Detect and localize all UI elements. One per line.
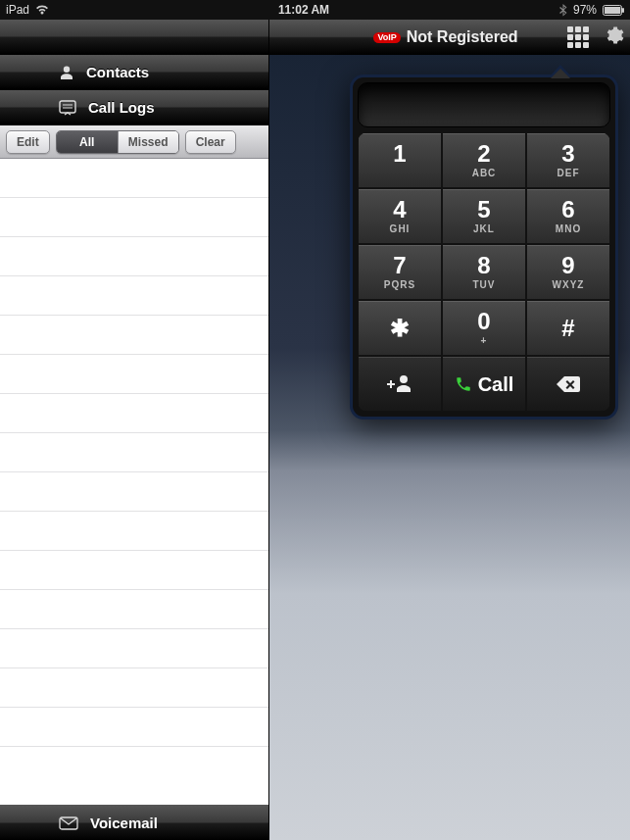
svg-rect-1 bbox=[605, 7, 620, 14]
svg-rect-2 bbox=[622, 8, 624, 13]
key-2[interactable]: 2ABC bbox=[442, 132, 526, 188]
registration-status: Not Registered bbox=[407, 28, 518, 46]
key-1[interactable]: 1 bbox=[358, 132, 442, 188]
key-star[interactable]: ✱ bbox=[358, 300, 442, 356]
voicemail-icon bbox=[59, 816, 78, 830]
key-7[interactable]: 7PQRS bbox=[358, 244, 442, 300]
battery-percentage: 97% bbox=[573, 3, 597, 17]
key-4[interactable]: 4GHI bbox=[358, 188, 442, 244]
call-label: Call bbox=[478, 374, 514, 394]
clock: 11:02 AM bbox=[49, 3, 558, 17]
voip-badge: VoIP bbox=[373, 32, 400, 43]
list-item bbox=[0, 276, 268, 316]
tab-contacts[interactable]: Contacts bbox=[0, 55, 268, 90]
tab-voicemail-label: Voicemail bbox=[90, 815, 158, 831]
filter-all[interactable]: All bbox=[57, 131, 118, 153]
tab-voicemail[interactable]: Voicemail bbox=[0, 805, 268, 840]
svg-rect-3 bbox=[60, 101, 75, 113]
device-label: iPad bbox=[6, 3, 29, 17]
dialpad-grid: 1 2ABC 3DEF 4GHI 5JKL 6MNO 7PQRS 8TUV 9W… bbox=[358, 132, 610, 412]
call-log-icon bbox=[59, 100, 76, 116]
sidebar-header-spacer bbox=[0, 20, 268, 55]
list-item bbox=[0, 668, 268, 708]
status-bar: iPad 11:02 AM 97% bbox=[0, 0, 630, 20]
list-item bbox=[0, 355, 268, 394]
person-icon bbox=[59, 65, 74, 80]
battery-icon bbox=[603, 5, 624, 16]
list-item bbox=[0, 394, 268, 433]
clear-button[interactable]: Clear bbox=[185, 130, 236, 154]
tab-call-logs-label: Call Logs bbox=[88, 99, 155, 116]
key-6[interactable]: 6MNO bbox=[526, 188, 610, 244]
list-item bbox=[0, 237, 268, 276]
call-log-list[interactable] bbox=[0, 159, 268, 805]
settings-icon[interactable] bbox=[603, 25, 624, 50]
key-0[interactable]: 0+ bbox=[442, 300, 526, 356]
add-contact-button[interactable] bbox=[358, 356, 442, 412]
dialpad-display bbox=[358, 82, 610, 127]
dialpad-popover: 1 2ABC 3DEF 4GHI 5JKL 6MNO 7PQRS 8TUV 9W… bbox=[350, 74, 618, 420]
tab-contacts-label: Contacts bbox=[86, 64, 149, 80]
add-person-icon bbox=[387, 374, 412, 394]
dialpad-toggle-icon[interactable] bbox=[567, 26, 589, 48]
key-8[interactable]: 8TUV bbox=[442, 244, 526, 300]
backspace-button[interactable] bbox=[526, 356, 610, 412]
list-item bbox=[0, 159, 268, 198]
phone-icon bbox=[455, 375, 472, 393]
tab-call-logs[interactable]: Call Logs bbox=[0, 90, 268, 125]
call-button[interactable]: Call bbox=[442, 356, 526, 412]
list-item bbox=[0, 590, 268, 629]
list-item bbox=[0, 629, 268, 668]
list-item bbox=[0, 512, 268, 551]
sidebar: Contacts Call Logs Edit All Missed Clear bbox=[0, 20, 269, 840]
list-item bbox=[0, 316, 268, 355]
main-panel: VoIP Not Registered bbox=[269, 20, 630, 840]
key-5[interactable]: 5JKL bbox=[442, 188, 526, 244]
key-3[interactable]: 3DEF bbox=[526, 132, 610, 188]
list-item bbox=[0, 433, 268, 472]
key-hash[interactable]: # bbox=[526, 300, 610, 356]
backspace-icon bbox=[555, 374, 582, 394]
bluetooth-icon bbox=[558, 4, 567, 17]
list-item bbox=[0, 198, 268, 237]
edit-button[interactable]: Edit bbox=[6, 130, 50, 154]
list-item bbox=[0, 472, 268, 512]
key-9[interactable]: 9WXYZ bbox=[526, 244, 610, 300]
list-item bbox=[0, 708, 268, 747]
main-header: VoIP Not Registered bbox=[269, 20, 630, 55]
wifi-icon bbox=[35, 4, 49, 16]
filter-missed[interactable]: Missed bbox=[118, 131, 178, 153]
list-item bbox=[0, 551, 268, 590]
filter-segment: All Missed bbox=[56, 130, 179, 154]
filter-toolbar: Edit All Missed Clear bbox=[0, 125, 268, 159]
